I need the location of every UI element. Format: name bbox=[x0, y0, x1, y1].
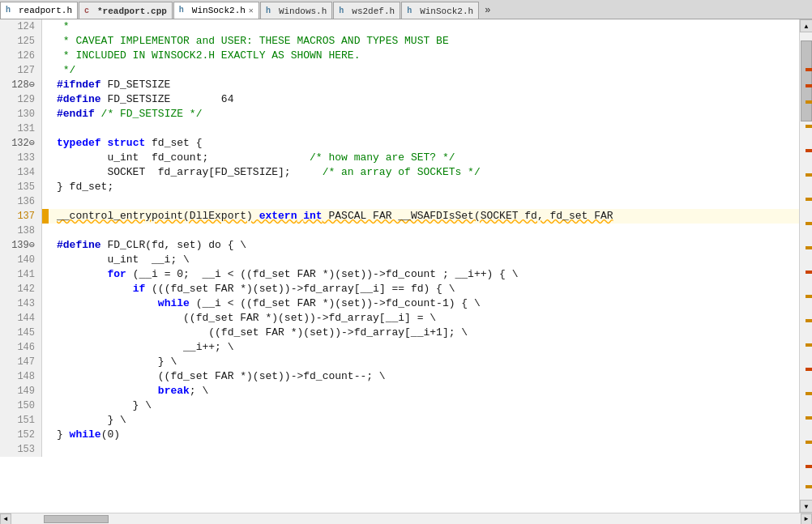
scrollbar-thumb[interactable] bbox=[801, 40, 812, 121]
h-scrollbar-thumb[interactable] bbox=[44, 515, 109, 523]
table-row: 143 while (__i < ((fd_set FAR *)(set))->… bbox=[0, 296, 799, 311]
line-code: while (__i < ((fd_set FAR *)(set))->fd_c… bbox=[49, 296, 799, 311]
tab-close-icon[interactable]: ✕ bbox=[249, 6, 254, 15]
tab-label: Windows.h bbox=[279, 6, 327, 16]
table-row: 140 u_int __i; \ bbox=[0, 253, 799, 267]
left-gutter bbox=[42, 442, 49, 457]
line-number: 136 bbox=[0, 194, 42, 209]
right-marker-5 bbox=[806, 149, 812, 152]
left-gutter bbox=[42, 49, 49, 63]
line-number: 143 bbox=[0, 296, 42, 311]
table-row: 130 #endif /* FD_SETSIZE */ bbox=[0, 107, 799, 121]
table-row: 145 ((fd_set FAR *)(set))->fd_array[__i+… bbox=[0, 326, 799, 340]
scroll-up-arrow[interactable]: ▲ bbox=[800, 19, 812, 32]
left-gutter bbox=[42, 224, 49, 238]
cpp-icon: c bbox=[84, 6, 94, 16]
line-number: 145 bbox=[0, 326, 42, 340]
line-code: #define FD_CLR(fd, set) do { \ bbox=[49, 238, 799, 253]
line-code: * bbox=[49, 19, 799, 34]
h-icon: h bbox=[179, 6, 189, 15]
table-row: 124 * bbox=[0, 19, 799, 34]
h-icon: h bbox=[6, 6, 15, 15]
line-number: 152 bbox=[0, 428, 42, 442]
code-area: 124 * 125 * CAVEAT IMPLEMENTOR and USER:… bbox=[0, 19, 812, 513]
tab-label: readport.h bbox=[19, 6, 72, 15]
line-number: 149 bbox=[0, 384, 42, 398]
line-code: } fd_set; bbox=[49, 180, 799, 194]
line-code: u_int fd_count; /* how many are SET? */ bbox=[49, 151, 799, 165]
tab-label: ws2def.h bbox=[352, 6, 395, 16]
table-row: 133 u_int fd_count; /* how many are SET?… bbox=[0, 151, 799, 165]
line-number: 126 bbox=[0, 49, 42, 63]
line-code: typedef struct fd_set { bbox=[49, 136, 799, 151]
tab-winsock2-h-2[interactable]: h WinSock2.h bbox=[401, 2, 479, 19]
line-number: 140 bbox=[0, 253, 42, 267]
line-code: #define FD_SETSIZE 64 bbox=[49, 92, 799, 107]
table-row: 152 } while(0) bbox=[0, 428, 799, 442]
tab-ws2def-h[interactable]: h ws2def.h bbox=[333, 2, 400, 19]
tab-bar: h readport.h c *readport.cpp h WinSock2.… bbox=[0, 0, 812, 19]
line-number: 128⊖ bbox=[0, 78, 42, 92]
line-code bbox=[49, 442, 799, 457]
h-icon: h bbox=[407, 6, 417, 16]
right-scrollbar[interactable]: ▲ ▼ bbox=[799, 19, 812, 513]
table-row: 139⊖ #define FD_CLR(fd, set) do { \ bbox=[0, 238, 799, 253]
horizontal-scrollbar[interactable]: ◄ ► bbox=[0, 513, 812, 524]
code-content[interactable]: 124 * 125 * CAVEAT IMPLEMENTOR and USER:… bbox=[0, 19, 799, 513]
table-row: 131 bbox=[0, 121, 799, 136]
line-code: */ bbox=[49, 63, 799, 78]
table-row: 147 } \ bbox=[0, 355, 799, 369]
line-number: 144 bbox=[0, 311, 42, 326]
left-gutter bbox=[42, 267, 49, 282]
right-marker-17 bbox=[806, 441, 812, 444]
table-row: 144 ((fd_set FAR *)(set))->fd_array[__i]… bbox=[0, 311, 799, 326]
line-number: 142 bbox=[0, 282, 42, 296]
table-row: 134 SOCKET fd_array[FD_SETSIZE]; /* an a… bbox=[0, 165, 799, 180]
table-row: 125 * CAVEAT IMPLEMENTOR and USER: THESE… bbox=[0, 34, 799, 49]
right-marker-2 bbox=[806, 84, 812, 87]
line-code: u_int __i; \ bbox=[49, 253, 799, 267]
line-number: 138 bbox=[0, 224, 42, 238]
line-code bbox=[49, 121, 799, 136]
left-gutter bbox=[42, 151, 49, 165]
line-number: 147 bbox=[0, 355, 42, 369]
left-gutter bbox=[42, 238, 49, 253]
table-row: 138 bbox=[0, 224, 799, 238]
right-marker-4 bbox=[806, 125, 812, 128]
line-code-error: __control_entrypoint(DllExport) extern i… bbox=[49, 209, 799, 224]
right-marker-18 bbox=[806, 465, 812, 468]
h-scroll-left-arrow[interactable]: ◄ bbox=[0, 513, 11, 525]
line-code: ((fd_set FAR *)(set))->fd_count--; \ bbox=[49, 369, 799, 384]
line-code: #ifndef FD_SETSIZE bbox=[49, 78, 799, 92]
tab-readport-h[interactable]: h readport.h bbox=[0, 2, 78, 19]
left-gutter bbox=[42, 398, 49, 413]
right-marker-12 bbox=[806, 319, 812, 322]
line-number: 139⊖ bbox=[0, 238, 42, 253]
left-gutter bbox=[42, 107, 49, 121]
left-gutter bbox=[42, 92, 49, 107]
line-number: 137 bbox=[0, 209, 42, 224]
line-code: } \ bbox=[49, 398, 799, 413]
line-number: 129 bbox=[0, 92, 42, 107]
table-row: 126 * INCLUDED IN WINSOCK2.H EXACTLY AS … bbox=[0, 49, 799, 63]
right-marker-14 bbox=[806, 368, 812, 371]
h-scroll-right-arrow[interactable]: ► bbox=[801, 513, 812, 525]
line-code: if (((fd_set FAR *)(set))->fd_array[__i]… bbox=[49, 282, 799, 296]
left-gutter bbox=[42, 19, 49, 34]
scroll-down-arrow[interactable]: ▼ bbox=[800, 500, 812, 513]
tab-readport-cpp[interactable]: c *readport.cpp bbox=[79, 2, 173, 19]
left-gutter bbox=[42, 165, 49, 180]
table-row: 127 */ bbox=[0, 63, 799, 78]
right-marker-6 bbox=[806, 173, 812, 177]
table-row: 148 ((fd_set FAR *)(set))->fd_count--; \ bbox=[0, 369, 799, 384]
left-gutter bbox=[42, 428, 49, 442]
table-row: 153 bbox=[0, 442, 799, 457]
left-gutter bbox=[42, 63, 49, 78]
table-row: 151 } \ bbox=[0, 413, 799, 428]
tab-overflow-button[interactable]: » bbox=[480, 2, 495, 19]
left-gutter bbox=[42, 326, 49, 340]
line-number: 146 bbox=[0, 340, 42, 355]
left-gutter bbox=[42, 34, 49, 49]
tab-winsock2-h[interactable]: h WinSock2.h ✕ bbox=[173, 2, 259, 19]
tab-windows-h[interactable]: h Windows.h bbox=[260, 2, 332, 19]
